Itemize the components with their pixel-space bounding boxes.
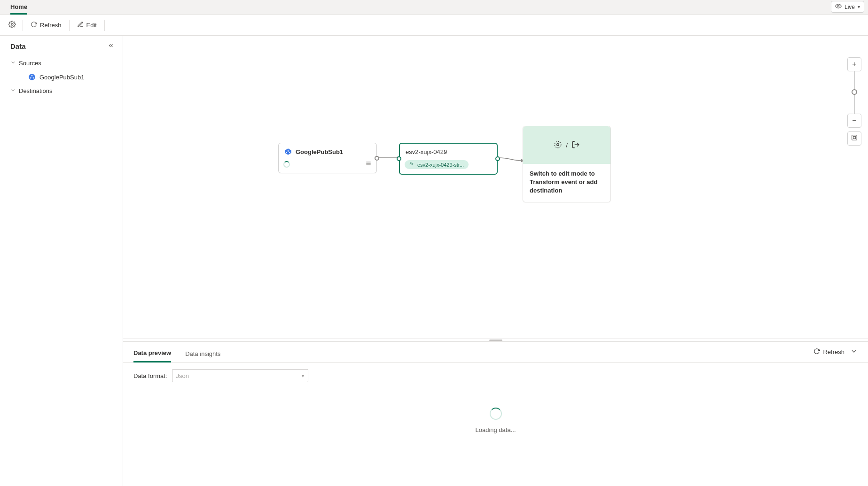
loading-spinner-icon xyxy=(283,161,290,168)
tree-item-source-label: GooglePubSub1 xyxy=(39,74,84,81)
bottom-refresh-label: Refresh xyxy=(823,348,845,355)
stream-tag: esv2-xujx-0429-str... xyxy=(405,160,469,169)
svg-point-1 xyxy=(11,23,13,25)
svg-point-9 xyxy=(286,152,287,153)
collapse-sidebar-button[interactable] xyxy=(108,42,114,50)
refresh-button[interactable]: Refresh xyxy=(26,18,66,32)
bottom-panel: Data preview Data insights Refresh xyxy=(123,341,868,486)
node-stream[interactable]: esv2-xujx-0429 esv2-xujx-0429-str... xyxy=(399,143,498,175)
diagram-canvas[interactable]: GooglePubSub1 esv2-xujx-0429 xyxy=(123,36,868,339)
tree-group-destinations-label: Destinations xyxy=(19,87,53,94)
refresh-icon xyxy=(31,21,37,29)
edit-icon xyxy=(77,21,84,29)
stream-icon xyxy=(409,162,414,168)
tree-item-source[interactable]: GooglePubSub1 xyxy=(10,69,123,85)
svg-point-19 xyxy=(555,141,561,148)
chevron-down-icon xyxy=(850,349,858,356)
loading-text: Loading data... xyxy=(475,426,516,433)
zoom-in-button[interactable]: + xyxy=(847,57,861,71)
svg-point-5 xyxy=(33,77,34,79)
data-format-select[interactable]: Json ▾ xyxy=(172,369,308,382)
svg-point-4 xyxy=(30,77,31,79)
stream-tag-label: esv2-xujx-0429-str... xyxy=(417,162,464,168)
edit-button[interactable]: Edit xyxy=(72,18,102,32)
sidebar: Data Sources GooglePubSub1 xyxy=(0,36,123,486)
svg-point-0 xyxy=(837,5,839,7)
zoom-slider[interactable] xyxy=(854,71,855,114)
node-port-out[interactable] xyxy=(375,156,379,161)
node-source[interactable]: GooglePubSub1 xyxy=(278,143,377,173)
bottom-refresh-button[interactable]: Refresh xyxy=(813,348,845,356)
bottom-tab-bar: Data preview Data insights Refresh xyxy=(123,342,868,363)
svg-point-10 xyxy=(289,152,290,153)
edit-label: Edit xyxy=(86,22,97,29)
sidebar-header: Data xyxy=(0,42,123,55)
node-source-title: GooglePubSub1 xyxy=(296,148,343,155)
settings-button[interactable] xyxy=(5,18,20,33)
tab-data-preview[interactable]: Data preview xyxy=(133,342,171,363)
node-source-body xyxy=(279,157,376,173)
node-destination-placeholder[interactable]: / Switch to edit mode to Transform event… xyxy=(523,126,611,202)
refresh-icon xyxy=(813,348,820,356)
output-icon xyxy=(571,140,580,150)
live-mode-selector[interactable]: Live ▾ xyxy=(831,1,864,13)
tree-group-destinations[interactable]: Destinations xyxy=(10,85,123,97)
svg-point-3 xyxy=(31,75,33,76)
chevron-down-icon: ▾ xyxy=(302,373,304,378)
svg-point-8 xyxy=(288,150,289,151)
tree-group-sources-label: Sources xyxy=(19,60,41,67)
tab-home[interactable]: Home xyxy=(10,0,27,15)
toolbar: Refresh Edit xyxy=(0,15,868,36)
live-mode-label: Live xyxy=(845,4,855,10)
zoom-out-button[interactable]: − xyxy=(847,114,861,128)
pubsub-icon xyxy=(28,73,36,81)
loading-spinner-icon xyxy=(490,408,502,420)
node-port-out[interactable] xyxy=(495,156,500,161)
tree-group-sources[interactable]: Sources xyxy=(10,57,123,69)
node-port-in[interactable] xyxy=(397,156,401,161)
zoom-fit-button[interactable] xyxy=(847,131,861,146)
svg-point-6 xyxy=(31,77,32,77)
node-source-header: GooglePubSub1 xyxy=(279,143,376,157)
plus-icon: + xyxy=(852,60,856,69)
svg-point-11 xyxy=(288,151,289,152)
transform-icon xyxy=(554,140,562,150)
node-stream-header: esv2-xujx-0429 xyxy=(400,144,497,157)
data-format-value: Json xyxy=(176,372,189,379)
toolbar-separator xyxy=(23,20,23,31)
svg-rect-22 xyxy=(853,137,856,139)
tab-data-insights[interactable]: Data insights xyxy=(185,342,220,362)
loading-state: Loading data... xyxy=(123,389,868,486)
zoom-slider-handle[interactable] xyxy=(852,89,857,95)
gear-icon xyxy=(8,21,16,30)
main-content: Data Sources GooglePubSub1 xyxy=(0,36,868,486)
list-icon xyxy=(365,160,372,168)
zoom-controls: + − xyxy=(847,57,861,146)
toolbar-separator xyxy=(69,20,70,31)
minus-icon: − xyxy=(852,116,856,125)
collapse-panel-button[interactable] xyxy=(850,347,858,356)
data-format-label: Data format: xyxy=(133,372,167,379)
svg-point-18 xyxy=(557,143,559,146)
sidebar-title: Data xyxy=(10,42,26,50)
refresh-label: Refresh xyxy=(40,22,62,29)
chevron-down-icon xyxy=(10,87,16,94)
destination-icons: / xyxy=(523,126,610,164)
destination-hint: Switch to edit mode to Transform event o… xyxy=(523,164,610,202)
eye-icon xyxy=(835,3,842,11)
canvas-area: GooglePubSub1 esv2-xujx-0429 xyxy=(123,36,868,486)
chevron-down-icon xyxy=(10,60,16,67)
top-tab-bar: Home Live ▾ xyxy=(0,0,868,15)
toolbar-separator xyxy=(104,20,105,31)
node-stream-title: esv2-xujx-0429 xyxy=(406,148,447,155)
svg-rect-21 xyxy=(852,135,857,140)
pubsub-icon xyxy=(284,148,292,155)
node-stream-body: esv2-xujx-0429-str... xyxy=(400,157,497,174)
sidebar-tree: Sources GooglePubSub1 Destinations xyxy=(0,55,123,97)
data-format-row: Data format: Json ▾ xyxy=(123,363,868,389)
slash-separator: / xyxy=(566,142,568,149)
chevron-double-left-icon xyxy=(108,43,114,50)
connector-arrow xyxy=(499,154,524,163)
fit-screen-icon xyxy=(851,134,858,143)
chevron-down-icon: ▾ xyxy=(858,4,860,9)
